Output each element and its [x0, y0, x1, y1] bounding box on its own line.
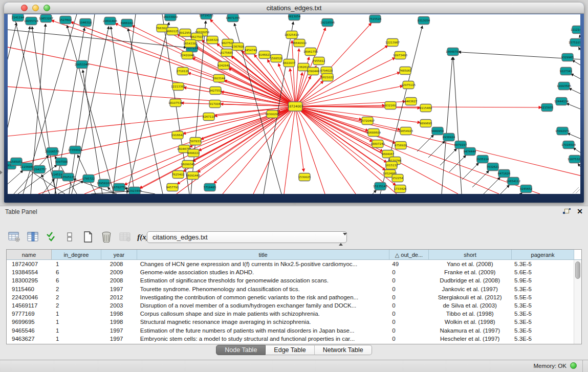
graph-node[interactable]: 11121433: [571, 26, 580, 34]
cell-year[interactable]: 1997: [101, 285, 137, 293]
cell-title[interactable]: Estimation of the future numbers of pati…: [137, 326, 389, 335]
graph-node[interactable]: 9440954: [431, 127, 444, 135]
graph-node[interactable]: 6471626: [498, 170, 511, 178]
graph-node[interactable]: 1527602: [59, 16, 72, 24]
table-row[interactable]: 977716911998Corpus callosum shape and si…: [7, 310, 574, 318]
cell-short[interactable]: Franke et al. (2009): [428, 268, 511, 276]
cell-name[interactable]: 9465546: [7, 326, 52, 335]
graph-node[interactable]: 16961758: [303, 48, 318, 56]
graph-node[interactable]: 1588520: [270, 55, 283, 62]
cell-title[interactable]: Disruption of a novel member of a sodium…: [137, 301, 389, 310]
float-panel-icon[interactable]: [563, 208, 571, 216]
graph-node[interactable]: 8427552: [209, 87, 222, 95]
cell-pagerank[interactable]: 5.9E-5: [511, 276, 574, 285]
graph-edge[interactable]: [573, 148, 580, 152]
graph-node[interactable]: 7632621: [487, 163, 499, 171]
graph-node[interactable]: 9242848: [217, 62, 230, 70]
cell-short[interactable]: Nakamura et al. (1997): [428, 326, 511, 335]
graph-edge[interactable]: [223, 106, 295, 194]
cell-year[interactable]: 2008: [101, 260, 137, 268]
graph-node[interactable]: 16958167: [97, 180, 111, 187]
graph-edge[interactable]: [295, 106, 540, 194]
graph-edge[interactable]: [449, 156, 466, 172]
unselect-rows-icon[interactable]: [62, 230, 76, 244]
graph-node[interactable]: 9146821: [258, 51, 271, 59]
graph-node[interactable]: 1530025: [298, 173, 311, 181]
graph-node[interactable]: 15135141: [373, 183, 387, 190]
graph-node[interactable]: 9474444: [464, 148, 476, 156]
column-header-title[interactable]: title: [137, 250, 389, 259]
cell-pagerank[interactable]: 5.3E-5: [511, 318, 574, 326]
cell-pagerank[interactable]: 5.3E-5: [511, 285, 574, 293]
graph-node[interactable]: 2718126: [177, 68, 189, 75]
graph-node[interactable]: 917004: [209, 100, 221, 108]
table-row[interactable]: 911546021997Tourette syndrome. Phenomeno…: [7, 285, 574, 293]
graph-node[interactable]: 20053346: [75, 61, 89, 69]
graph-node[interactable]: 15720407: [360, 117, 375, 125]
graph-node[interactable]: 2367608: [232, 43, 245, 51]
cell-short[interactable]: Dudbridge et al. (2008): [428, 276, 511, 285]
graph-node[interactable]: 10688609: [366, 129, 381, 137]
graph-node[interactable]: 16640910: [292, 39, 307, 47]
graph-node[interactable]: 8912954: [179, 29, 192, 37]
graph-node[interactable]: 12213383: [171, 83, 185, 91]
graph-node[interactable]: 9756928: [395, 142, 407, 149]
memory-ok-icon[interactable]: [570, 362, 577, 369]
graph-node[interactable]: 7485063: [399, 67, 412, 75]
graph-node[interactable]: 2803144: [213, 75, 226, 82]
cell-name[interactable]: 18300295: [7, 276, 52, 285]
graph-edge[interactable]: [295, 106, 580, 178]
graph-node[interactable]: 1046318: [79, 19, 92, 27]
cell-in-degree[interactable]: 1: [52, 260, 101, 268]
network-window-titlebar[interactable]: citations_edges.txt: [4, 3, 584, 14]
graph-edge[interactable]: [578, 164, 580, 167]
table-row[interactable]: 1830029562008Estimation of significance …: [7, 276, 574, 285]
graph-node[interactable]: 18807243: [371, 140, 385, 148]
graph-edge[interactable]: [360, 190, 376, 194]
cell-name[interactable]: 22420046: [7, 293, 52, 301]
graph-node[interactable]: 18300295: [265, 111, 279, 118]
graph-node[interactable]: 4498222: [187, 149, 200, 157]
cell-in-degree[interactable]: 2: [52, 293, 101, 301]
cell-short[interactable]: Tibbo et al. (1998): [428, 310, 511, 318]
graph-node-hub[interactable]: 18724007: [287, 102, 303, 111]
column-header-name[interactable]: name: [7, 250, 52, 259]
graph-node[interactable]: 8313054: [418, 17, 430, 25]
graph-node[interactable]: 16099345: [181, 161, 195, 168]
graph-node[interactable]: 1585051: [10, 158, 23, 166]
column-header-pagerank[interactable]: pagerank: [512, 250, 574, 259]
graph-edge[interactable]: [567, 103, 580, 109]
graph-edge[interactable]: [417, 135, 433, 151]
cell-year[interactable]: 1998: [101, 310, 137, 318]
table-scrollbar-thumb[interactable]: [575, 261, 580, 279]
graph-node[interactable]: 8938924: [443, 134, 455, 141]
cell-out-de-[interactable]: 0: [389, 335, 428, 343]
graph-node[interactable]: 8215935: [541, 104, 554, 112]
cell-year[interactable]: 2009: [101, 268, 137, 276]
graph-node[interactable]: 10654112: [506, 178, 520, 185]
graph-node[interactable]: 1916642: [171, 132, 184, 139]
graph-node[interactable]: 16648784: [446, 48, 460, 56]
graph-edge[interactable]: [8, 86, 295, 106]
graph-node[interactable]: 10653287: [39, 15, 53, 23]
new-table-icon[interactable]: [81, 230, 95, 244]
graph-node[interactable]: 16091443: [186, 172, 200, 180]
graph-node[interactable]: 12093585: [557, 82, 571, 90]
graph-node[interactable]: 10719155: [199, 14, 213, 19]
graph-edge[interactable]: [295, 106, 397, 194]
table-row[interactable]: 1456911722003Disruption of a novel membe…: [7, 301, 574, 310]
graph-node[interactable]: 9097588: [55, 158, 68, 166]
column-header-year[interactable]: year: [101, 250, 137, 259]
graph-node[interactable]: 22420046: [180, 52, 194, 59]
cell-pagerank[interactable]: 5.3E-5: [511, 310, 574, 318]
graph-node[interactable]: 8822037: [283, 59, 296, 67]
graph-edge[interactable]: [295, 106, 458, 194]
graph-node[interactable]: 832160: [385, 102, 396, 110]
graph-node[interactable]: 10973493: [393, 52, 407, 59]
select-all-icon[interactable]: [44, 230, 58, 244]
graph-node[interactable]: 9245652: [520, 185, 533, 193]
cell-year[interactable]: 1997: [101, 335, 137, 343]
graph-node[interactable]: 17016504: [561, 141, 576, 149]
graph-edge[interactable]: [453, 57, 462, 194]
close-panel-icon[interactable]: ✕: [577, 207, 583, 215]
